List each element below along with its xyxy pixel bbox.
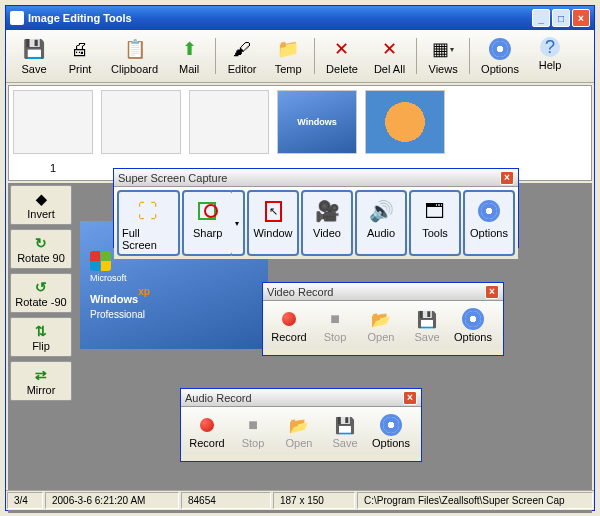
delete-all-button[interactable]: ✕Del All xyxy=(367,34,412,78)
folder-open-icon: 📂 xyxy=(289,413,309,437)
rotate-neg90-button[interactable]: ↺Rotate -90 xyxy=(10,273,72,313)
main-toolbar: 💾Save 🖨Print 📋Clipboard ⬆Mail 🖌Editor 📁T… xyxy=(6,30,594,83)
vr-stop-button: ■Stop xyxy=(315,307,355,343)
disk-icon: 💾 xyxy=(22,37,46,61)
mail-icon: ⬆ xyxy=(177,37,201,61)
status-date: 2006-3-6 6:21:20 AM xyxy=(45,492,179,509)
vr-options-button[interactable]: Options xyxy=(453,307,493,343)
record-icon xyxy=(282,307,296,331)
flip-icon: ⇅ xyxy=(35,322,47,340)
views-button[interactable]: ▦▾Views xyxy=(421,34,465,78)
editor-icon: 🖌 xyxy=(230,37,254,61)
fullscreen-button[interactable]: ⛶Full Screen xyxy=(117,190,180,256)
tools-button[interactable]: 🗔Tools xyxy=(409,190,461,256)
vr-record-button[interactable]: Record xyxy=(269,307,309,343)
invert-button[interactable]: ◆Invert xyxy=(10,185,72,225)
temp-button[interactable]: 📁Temp xyxy=(266,34,310,78)
gear-icon xyxy=(465,307,481,331)
sharp-icon xyxy=(189,195,227,227)
disk-icon: 💾 xyxy=(335,413,355,437)
ar-options-button[interactable]: Options xyxy=(371,413,411,449)
clipboard-button[interactable]: 📋Clipboard xyxy=(104,34,165,78)
ar-record-button[interactable]: Record xyxy=(187,413,227,449)
gear-icon xyxy=(470,195,508,227)
windows-logo-icon xyxy=(90,261,268,271)
delete-icon: ✕ xyxy=(330,37,354,61)
sharp-button[interactable]: Sharp xyxy=(182,190,234,256)
mirror-button[interactable]: ⇄Mirror xyxy=(10,361,72,401)
rotate-right-icon: ↻ xyxy=(35,234,47,252)
status-size: 84654 xyxy=(181,492,271,509)
ar-save-button: 💾Save xyxy=(325,413,365,449)
flip-button[interactable]: ⇅Flip xyxy=(10,317,72,357)
status-index: 3/4 xyxy=(7,492,43,509)
minimize-button[interactable]: _ xyxy=(532,9,550,27)
speaker-icon: 🔊 xyxy=(362,195,400,227)
window-icon: 🗔 xyxy=(416,195,454,227)
thumbnail-2[interactable] xyxy=(101,90,181,154)
main-title: Image Editing Tools xyxy=(28,12,532,24)
vr-close-button[interactable]: × xyxy=(485,285,499,299)
rotate-90-button[interactable]: ↻Rotate 90 xyxy=(10,229,72,269)
close-button[interactable]: × xyxy=(572,9,590,27)
delete-all-icon: ✕ xyxy=(377,37,401,61)
chevron-down-icon: ▾ xyxy=(450,45,454,54)
delete-button[interactable]: ✕Delete xyxy=(319,34,365,78)
help-icon: ? xyxy=(540,37,560,57)
ssc-toolbar: ⛶Full Screen Sharp ▾ ↖Window 🎥Video 🔊Aud… xyxy=(114,187,518,259)
folder-open-icon: 📂 xyxy=(371,307,391,331)
thumbnail-strip[interactable]: 1 Windows xyxy=(8,85,592,181)
fullscreen-icon: ⛶ xyxy=(129,195,167,227)
status-bar: 3/4 2006-3-6 6:21:20 AM 84654 187 x 150 … xyxy=(6,490,594,510)
video-record-window: Video Record × Record ■Stop 📂Open 💾Save … xyxy=(262,282,504,356)
side-toolbar: ◆Invert ↻Rotate 90 ↺Rotate -90 ⇅Flip ⇄Mi… xyxy=(10,185,72,401)
rotate-left-icon: ↺ xyxy=(35,278,47,296)
gear-icon xyxy=(488,37,512,61)
window-button[interactable]: ↖Window xyxy=(247,190,299,256)
vr-titlebar[interactable]: Video Record × xyxy=(263,283,503,301)
folder-icon: 📁 xyxy=(276,37,300,61)
vr-open-button: 📂Open xyxy=(361,307,401,343)
cursor-icon: ↖ xyxy=(254,195,292,227)
thumbnail-3[interactable] xyxy=(189,90,269,154)
app-icon xyxy=(10,11,24,25)
invert-icon: ◆ xyxy=(36,190,47,208)
disk-icon: 💾 xyxy=(417,307,437,331)
ssc-close-button[interactable]: × xyxy=(500,171,514,185)
video-button[interactable]: 🎥Video xyxy=(301,190,353,256)
views-icon: ▦▾ xyxy=(431,37,455,61)
clipboard-icon: 📋 xyxy=(123,37,147,61)
ssc-title: Super Screen Capture xyxy=(118,172,500,184)
ar-close-button[interactable]: × xyxy=(403,391,417,405)
maximize-button[interactable]: □ xyxy=(552,9,570,27)
help-button[interactable]: ?Help xyxy=(528,34,572,78)
save-button[interactable]: 💾Save xyxy=(12,34,56,78)
thumbnail-4[interactable]: Windows xyxy=(277,90,357,154)
editor-button[interactable]: 🖌Editor xyxy=(220,34,264,78)
status-path: C:\Program Files\Zeallsoft\Super Screen … xyxy=(357,492,593,509)
sharp-dropdown[interactable]: ▾ xyxy=(232,190,245,256)
ssc-options-button[interactable]: Options xyxy=(463,190,515,256)
ssc-titlebar[interactable]: Super Screen Capture × xyxy=(114,169,518,187)
mirror-icon: ⇄ xyxy=(35,366,47,384)
vr-title: Video Record xyxy=(267,286,485,298)
ar-open-button: 📂Open xyxy=(279,413,319,449)
main-titlebar[interactable]: Image Editing Tools _ □ × xyxy=(6,6,594,30)
stop-icon: ■ xyxy=(248,413,258,437)
vr-save-button: 💾Save xyxy=(407,307,447,343)
status-dimensions: 187 x 150 xyxy=(273,492,355,509)
options-button[interactable]: Options xyxy=(474,34,526,78)
gear-icon xyxy=(383,413,399,437)
camcorder-icon: 🎥 xyxy=(308,195,346,227)
audio-button[interactable]: 🔊Audio xyxy=(355,190,407,256)
stop-icon: ■ xyxy=(330,307,340,331)
ar-toolbar: Record ■Stop 📂Open 💾Save Options xyxy=(181,407,421,455)
thumbnail-1[interactable]: 1 xyxy=(13,90,93,174)
super-screen-capture-window: Super Screen Capture × ⛶Full Screen Shar… xyxy=(113,168,519,248)
ar-title: Audio Record xyxy=(185,392,403,404)
printer-icon: 🖨 xyxy=(68,37,92,61)
mail-button[interactable]: ⬆Mail xyxy=(167,34,211,78)
print-button[interactable]: 🖨Print xyxy=(58,34,102,78)
thumbnail-5[interactable] xyxy=(365,90,445,154)
ar-titlebar[interactable]: Audio Record × xyxy=(181,389,421,407)
